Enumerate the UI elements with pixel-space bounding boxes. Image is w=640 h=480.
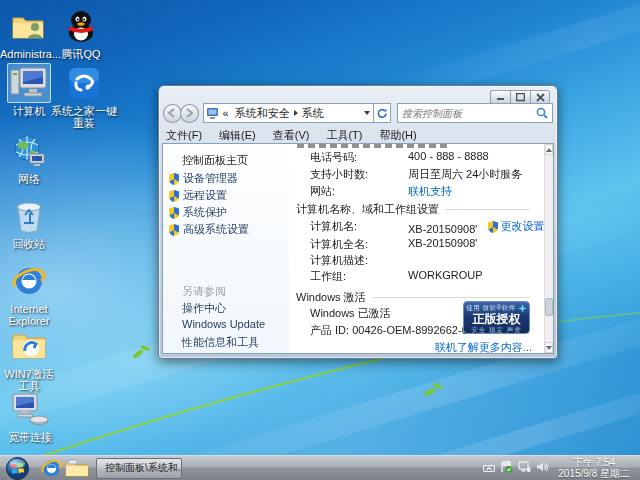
navigation-bar: « 系统和安全 系统	[163, 101, 553, 125]
menu-view[interactable]: 查看(V)	[273, 128, 310, 143]
down-arrow-icon	[546, 346, 552, 350]
sidebar-item-label: 系统保护	[183, 205, 227, 220]
search-box[interactable]	[397, 103, 553, 123]
breadcrumb-system-security[interactable]: 系统和安全	[232, 106, 293, 121]
icon-label: 回收站	[0, 238, 58, 250]
sidebar-item-control-panel-home[interactable]: 控制面板主页	[182, 153, 248, 168]
back-button[interactable]	[163, 104, 182, 123]
activation-tool-folder-icon	[7, 326, 51, 366]
action-center-flag-icon[interactable]	[500, 459, 513, 477]
breadcrumb-system[interactable]: 系统	[299, 106, 327, 121]
activation-status: Windows 已激活	[310, 306, 391, 321]
uac-shield-icon	[169, 207, 179, 219]
sidebar-item-system-protection[interactable]: 系统保护	[169, 205, 227, 220]
internet-explorer-icon	[7, 261, 51, 301]
phone-value: 400 - 888 - 8888	[408, 150, 489, 162]
computer-icon	[7, 63, 51, 103]
breadcrumb-chevron[interactable]: «	[220, 107, 232, 119]
uac-shield-icon	[169, 224, 179, 236]
sidebar-item-advanced-system-settings[interactable]: 高级系统设置	[169, 222, 249, 237]
online-support-link[interactable]: 联机支持	[408, 184, 452, 199]
address-dropdown-icon[interactable]	[364, 111, 370, 115]
sidebar-item-device-manager[interactable]: 设备管理器	[169, 171, 238, 186]
system-address-icon	[207, 108, 220, 119]
network-globe-icon	[7, 131, 51, 171]
system-control-panel-window: « 系统和安全 系统 文件(F) 编辑(E) 查看(V) 工具(T) 帮助(H)…	[158, 85, 558, 359]
icon-label: 系统之家一键重装	[50, 105, 118, 129]
vertical-scrollbar[interactable]	[544, 144, 553, 353]
support-hours-value: 周日至周六 24小时服务	[408, 167, 522, 182]
badge-subtitle: 安全 稳定 声誉	[464, 326, 529, 335]
start-button[interactable]	[4, 457, 30, 480]
desktop-icon-recycle-bin[interactable]: 回收站	[0, 196, 58, 250]
clock-date: 2015/9/8 星期二	[558, 468, 630, 479]
taskbar-ie-button[interactable]	[38, 457, 64, 480]
icon-label: Administra...	[0, 48, 58, 60]
learn-more-online-link[interactable]: 联机了解更多内容...	[435, 340, 532, 354]
search-icon	[536, 107, 548, 119]
see-also-header: 另请参阅	[182, 284, 226, 299]
genuine-microsoft-badge[interactable]: 使用 微软®软件 正版授权 安全 稳定 声誉	[463, 301, 530, 334]
search-input[interactable]	[402, 108, 536, 119]
menu-file[interactable]: 文件(F)	[166, 128, 202, 143]
icon-label: Internet Explorer	[0, 303, 58, 327]
description-label: 计算机描述:	[310, 253, 368, 268]
phone-label: 电话号码:	[310, 150, 357, 165]
workgroup-label: 工作组:	[310, 269, 346, 284]
workgroup-value: WORKGROUP	[408, 269, 483, 281]
desktop-icon-broadband[interactable]: 宽带连接	[0, 389, 60, 443]
taskbar-task-control-panel[interactable]: 控制面板\系统和...	[96, 458, 182, 479]
recycle-bin-icon	[7, 196, 51, 236]
sidebar-item-remote-settings[interactable]: 远程设置	[169, 188, 227, 203]
windows-start-orb-icon	[6, 457, 29, 480]
desktop-icon-administrator[interactable]: Administra...	[0, 6, 58, 60]
full-name-label: 计算机全名:	[310, 237, 368, 252]
clock-time: 下午 7:54	[558, 457, 630, 468]
desktop-icon-internet-explorer[interactable]: Internet Explorer	[0, 261, 58, 327]
uac-shield-icon	[488, 221, 498, 233]
taskbar-clock[interactable]: 下午 7:54 2015/9/8 星期二	[554, 457, 636, 479]
clipped-row-fragment	[297, 144, 447, 148]
taskbar-explorer-button[interactable]	[64, 457, 90, 480]
computer-name-section-header: 计算机名称、域和工作组设置	[296, 202, 530, 217]
computer-name-value: XB-20150908' 更改设置	[408, 219, 544, 235]
badge-title: 正版授权	[464, 313, 529, 326]
refresh-button[interactable]	[374, 103, 391, 123]
window-body: 控制面板主页 设备管理器 远程设置 系统保护 高级系统设置 另请参阅 操作中心 …	[162, 143, 554, 354]
website-label: 网站:	[310, 184, 335, 199]
task-button-label: 控制面板\系统和...	[105, 461, 182, 475]
volume-tray-icon[interactable]	[536, 459, 549, 477]
up-arrow-icon	[546, 148, 552, 152]
desktop-icon-system-home-reinstall[interactable]: 系统之家一键重装	[50, 63, 118, 129]
address-bar[interactable]: « 系统和安全 系统	[203, 103, 375, 123]
desktop-icon-win7-activation-tool[interactable]: WIN7激活工具	[0, 326, 58, 392]
broadband-connection-icon	[8, 389, 52, 429]
sidebar: 控制面板主页 设备管理器 远程设置 系统保护 高级系统设置 另请参阅 操作中心 …	[163, 144, 289, 353]
scrollbar-thumb[interactable]	[545, 298, 553, 316]
computer-name-label: 计算机名:	[310, 219, 357, 234]
desktop-icon-qq[interactable]: 腾讯QQ	[52, 6, 110, 60]
menu-tools[interactable]: 工具(T)	[326, 128, 362, 143]
show-hidden-icons-button[interactable]	[483, 459, 495, 477]
desktop-icon-network[interactable]: 网络	[0, 131, 58, 185]
sidebar-item-label: 远程设置	[183, 188, 227, 203]
sidebar-item-action-center[interactable]: 操作中心	[182, 301, 226, 316]
reinstall-app-icon	[62, 63, 106, 103]
taskbar: 控制面板\系统和... 下午 7:54 2015/9/8 星期二	[0, 455, 640, 480]
menu-edit[interactable]: 编辑(E)	[219, 128, 256, 143]
user-folder-icon	[7, 6, 51, 46]
scroll-down-button[interactable]	[545, 342, 553, 353]
support-hours-label: 支持小时数:	[310, 167, 368, 182]
scroll-up-button[interactable]	[545, 144, 553, 155]
sidebar-item-performance-tools[interactable]: 性能信息和工具	[182, 335, 259, 350]
menu-help[interactable]: 帮助(H)	[379, 128, 416, 143]
network-tray-icon[interactable]	[518, 459, 531, 477]
sidebar-item-windows-update[interactable]: Windows Update	[182, 318, 265, 330]
main-content: 电话号码: 400 - 888 - 8888 支持小时数: 周日至周六 24小时…	[289, 144, 544, 353]
change-settings-link[interactable]: 更改设置	[488, 219, 544, 234]
forward-button[interactable]	[180, 104, 199, 123]
uac-shield-icon	[169, 190, 179, 202]
icon-label: 网络	[0, 173, 58, 185]
sidebar-item-label: 设备管理器	[183, 171, 238, 186]
system-tray: 下午 7:54 2015/9/8 星期二	[483, 457, 640, 479]
